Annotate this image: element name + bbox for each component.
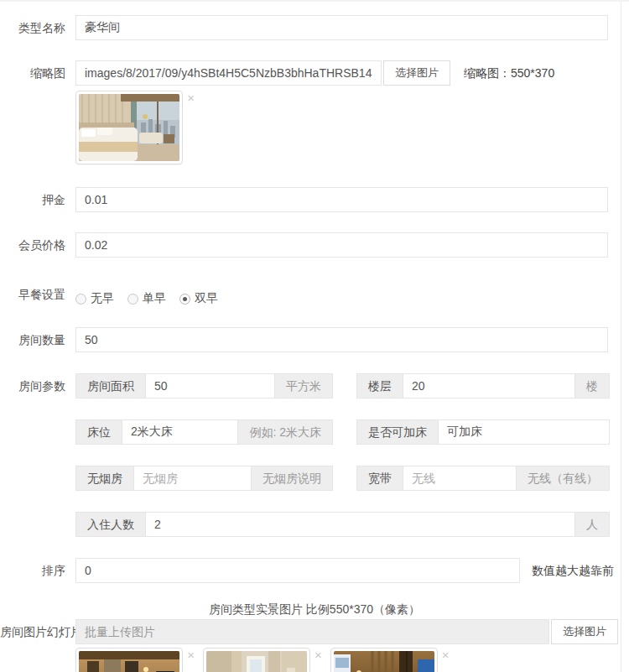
param-bed-label: 床位: [76, 420, 122, 444]
param-broadband-group: 宽带 无线（有线）: [356, 466, 610, 491]
param-bed-group: 床位 例如: 2米大床: [75, 419, 333, 445]
param-no-smoking-label: 无烟房: [76, 466, 134, 490]
param-bed-suffix: 例如: 2米大床: [237, 420, 332, 444]
gallery-room-photo-3: [334, 651, 434, 672]
radio-circle-icon: [75, 294, 86, 305]
row-breakfast: 早餐设置 无早 单早 双早: [0, 286, 629, 307]
param-broadband-label: 宽带: [357, 466, 403, 490]
param-extra-bed-group: 是否可加床: [356, 419, 610, 445]
param-area-label: 房间面积: [76, 374, 146, 398]
param-occupancy-input[interactable]: [146, 513, 574, 536]
thumbnail-path-input[interactable]: [75, 60, 382, 86]
param-broadband-suffix: 无线（有线）: [516, 466, 609, 490]
gallery-section-title: 房间类型实景图片 比例550*370（像素）: [0, 601, 629, 617]
gallery-thumb-card-1: [75, 648, 183, 672]
sort-input[interactable]: [75, 558, 520, 583]
param-no-smoking-input[interactable]: [134, 466, 251, 490]
panel-right-border: [621, 2, 621, 672]
deposit-label: 押金: [0, 187, 65, 212]
row-member-price: 会员价格: [0, 232, 629, 258]
row-gallery-upload: 房间图片幻灯片 选择图片: [0, 619, 629, 672]
room-type-edit-form: 类型名称 缩略图 选择图片 缩略图：550*370: [0, 0, 629, 672]
row-room-params: 房间参数 房间面积 平方米 楼层 楼 床位 例如: 2米大床 是否可加床: [0, 373, 629, 537]
gallery-room-photo-1: [79, 651, 179, 672]
param-floor-suffix: 楼: [574, 374, 609, 398]
gallery-batch-upload-input[interactable]: [75, 619, 549, 644]
thumbnail-preview-card: [75, 91, 183, 164]
gallery-thumb-2-remove-icon[interactable]: ×: [314, 649, 322, 661]
param-occupancy-label: 入住人数: [76, 513, 146, 536]
breakfast-label: 早餐设置: [0, 286, 65, 303]
param-area-suffix: 平方米: [274, 374, 332, 398]
thumbnail-remove-icon[interactable]: ×: [187, 92, 195, 164]
param-area-group: 房间面积 平方米: [75, 373, 333, 399]
radio-no-breakfast[interactable]: 无早: [75, 291, 114, 306]
param-extra-bed-input[interactable]: [439, 420, 609, 444]
type-name-input[interactable]: [75, 15, 608, 40]
row-deposit: 押金: [0, 187, 629, 212]
sort-hint: 数值越大越靠前: [532, 558, 614, 583]
radio-single-breakfast[interactable]: 单早: [127, 291, 166, 306]
room-params-label: 房间参数: [0, 373, 65, 399]
thumbnail-label: 缩略图: [0, 60, 65, 86]
gallery-thumb-3-remove-icon[interactable]: ×: [442, 649, 450, 661]
gallery-thumb-1-remove-icon[interactable]: ×: [187, 649, 195, 661]
radio-dot-icon: [179, 294, 190, 305]
param-broadband-input[interactable]: [403, 466, 516, 490]
radio-double-breakfast[interactable]: 双早: [179, 291, 218, 306]
thumbnail-size-hint: 缩略图：550*370: [464, 60, 554, 86]
member-price-input[interactable]: [75, 232, 608, 258]
gallery-thumb-card-3: [330, 648, 438, 672]
gallery-thumb-card-2: [203, 648, 310, 672]
gallery-choose-image-button[interactable]: 选择图片: [551, 619, 618, 644]
param-no-smoking-suffix: 无烟房说明: [251, 466, 332, 490]
gallery-label: 房间图片幻灯片: [0, 619, 65, 644]
sort-label: 排序: [0, 558, 65, 583]
row-type-name: 类型名称: [0, 15, 629, 40]
room-count-label: 房间数量: [0, 327, 65, 352]
row-thumbnail: 缩略图 选择图片 缩略图：550*370: [0, 60, 629, 164]
param-bed-input[interactable]: [122, 420, 237, 444]
param-floor-group: 楼层 楼: [356, 373, 610, 399]
row-room-count: 房间数量: [0, 327, 629, 352]
member-price-label: 会员价格: [0, 232, 65, 258]
deposit-input[interactable]: [75, 187, 608, 212]
param-floor-input[interactable]: [403, 374, 574, 398]
param-no-smoking-group: 无烟房 无烟房说明: [75, 466, 333, 491]
type-name-label: 类型名称: [0, 15, 65, 40]
param-area-input[interactable]: [146, 374, 274, 398]
param-extra-bed-label: 是否可加床: [357, 420, 439, 444]
row-sort: 排序 数值越大越靠前: [0, 558, 629, 583]
param-occupancy-suffix: 人: [574, 513, 609, 536]
thumbnail-room-photo: [79, 94, 179, 161]
gallery-room-photo-2: [206, 651, 307, 672]
radio-circle-icon: [127, 294, 138, 305]
param-floor-label: 楼层: [357, 374, 403, 398]
thumbnail-choose-image-button[interactable]: 选择图片: [383, 60, 450, 86]
param-occupancy-group: 入住人数 人: [75, 512, 610, 537]
room-count-input[interactable]: [75, 327, 608, 352]
